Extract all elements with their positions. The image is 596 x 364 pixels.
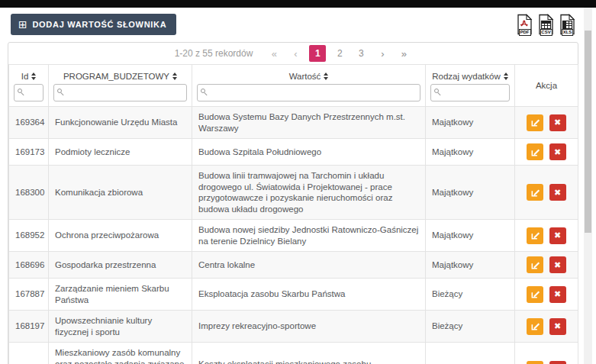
sort-header-value[interactable]: Wartość <box>289 72 329 81</box>
pagination-page-button[interactable]: 3 <box>353 45 369 61</box>
cell-id: 169173 <box>9 139 49 166</box>
edit-button[interactable] <box>527 227 543 244</box>
table-row: 169173 Podmioty lecznicze Budowa Szpital… <box>9 139 578 166</box>
pagination-summary: 1-20 z 55 rekordów <box>175 48 253 59</box>
cell-id: 168696 <box>9 252 49 279</box>
filter-input-expense-type[interactable] <box>430 84 510 101</box>
export-pdf-button[interactable]: PDF <box>516 14 533 36</box>
cell-actions: ✖ <box>515 166 578 220</box>
sort-header-expense-type[interactable]: Rodzaj wydatków <box>432 72 507 81</box>
sort-icon <box>31 72 36 80</box>
cell-program: Upowszechnianie kultury fizycznej i spor… <box>49 311 192 343</box>
top-black-bar <box>0 0 596 8</box>
sort-icon <box>172 72 177 80</box>
xls-label: XLS <box>562 29 574 36</box>
delete-button[interactable]: ✖ <box>549 114 566 131</box>
pagination-next-button[interactable]: › <box>375 46 390 62</box>
cell-expense-type: Bieżący <box>426 343 515 364</box>
add-dictionary-value-button[interactable]: ⊞ DODAJ WARTOŚĆ SŁOWNIKA <box>11 14 176 35</box>
cell-actions: ✖ <box>515 139 578 166</box>
column-header-expense-type: Rodzaj wydatków <box>426 65 515 107</box>
cell-id: 168197 <box>9 311 49 343</box>
edit-button[interactable] <box>527 361 543 364</box>
cell-program: Funkcjonowanie Urzędu Miasta <box>49 107 192 139</box>
delete-button[interactable]: ✖ <box>549 286 566 303</box>
edit-button[interactable] <box>527 114 543 131</box>
cell-expense-type: Majątkowy <box>426 166 515 220</box>
cell-value: Centra lokalne <box>192 252 426 279</box>
cell-expense-type: Bieżący <box>426 311 515 343</box>
cell-actions: ✖ <box>515 279 578 311</box>
cell-value: Koszty eksploatacji mieszkaniowego zasob… <box>192 343 426 364</box>
pagination-prev-button[interactable]: ‹ <box>288 46 303 62</box>
cell-actions: ✖ <box>515 107 578 139</box>
table-row: 168952 Ochrona przeciwpożarowa Budowa no… <box>9 220 578 252</box>
cell-program: Mieszkaniowy zasób komunalny oraz pozost… <box>49 343 192 364</box>
pagination-page-button[interactable]: 2 <box>332 45 347 61</box>
delete-button[interactable]: ✖ <box>549 256 566 273</box>
edit-pencil-icon <box>530 147 540 157</box>
cell-id: 168300 <box>9 166 49 220</box>
pagination-first-button[interactable]: « <box>266 46 282 62</box>
edit-pencil-icon <box>530 260 540 270</box>
edit-button[interactable] <box>527 318 543 335</box>
cell-value: Budowa Systemu Bazy Danych Przestrzennyc… <box>192 107 426 139</box>
toolbar: ⊞ DODAJ WARTOŚĆ SŁOWNIKA PDF CSV <box>0 8 596 42</box>
edit-button[interactable] <box>527 286 543 303</box>
delete-button[interactable]: ✖ <box>549 361 566 364</box>
edit-button[interactable] <box>527 184 543 201</box>
sort-header-id[interactable]: Id <box>21 72 37 81</box>
scrollbar-thumb[interactable] <box>585 31 591 233</box>
delete-x-icon: ✖ <box>554 147 561 157</box>
cell-actions: ✖ <box>515 252 578 279</box>
export-csv-button[interactable]: CSV <box>537 14 555 36</box>
delete-button[interactable]: ✖ <box>549 318 566 335</box>
column-header-action: Akcja <box>515 65 578 107</box>
plus-icon: ⊞ <box>18 19 27 30</box>
cell-value: Imprezy rekreacyjno-sportowe <box>192 311 426 343</box>
cell-program: Zarządzanie mieniem Skarbu Państwa <box>49 279 192 311</box>
filter-input-value[interactable] <box>197 84 420 101</box>
edit-pencil-icon <box>530 289 540 299</box>
cell-id: 167887 <box>9 279 49 311</box>
column-header-program: PROGRAM_BUDZETOWY <box>49 65 192 107</box>
pdf-label: PDF <box>519 29 531 36</box>
pagination-page-button[interactable]: 1 <box>309 45 326 62</box>
sort-icon <box>324 72 328 80</box>
cell-value: Budowa linii tramwajowej na Tarchomin i … <box>192 166 426 220</box>
pagination-last-button[interactable]: » <box>396 46 411 62</box>
cell-value: Eksploatacja zasobu Skarbu Państwa <box>192 279 426 311</box>
filter-input-program[interactable] <box>53 84 187 101</box>
table-row: 169364 Funkcjonowanie Urzędu Miasta Budo… <box>9 107 578 139</box>
cell-expense-type: Majątkowy <box>426 107 515 139</box>
table-row: 168696 Gospodarka przestrzenna Centra lo… <box>9 252 578 279</box>
cell-program: Gospodarka przestrzenna <box>49 252 192 279</box>
edit-pencil-icon <box>530 230 540 240</box>
delete-x-icon: ✖ <box>554 321 561 331</box>
header-row: Id PROGRAM_BUDZETOWY <box>9 65 578 107</box>
table-panel: 1-20 z 55 rekordów « ‹ 1 2 3 › » Id <box>8 42 578 364</box>
export-xls-button[interactable]: XLS <box>559 14 576 36</box>
table-row: 168300 Komunikacja zbiorowa Budowa linii… <box>9 166 578 220</box>
cell-expense-type: Majątkowy <box>426 252 515 279</box>
edit-button[interactable] <box>527 256 543 273</box>
filter-input-id[interactable] <box>14 84 43 101</box>
pagination-pages: 1 2 3 <box>309 45 369 62</box>
edit-button[interactable] <box>527 143 543 160</box>
table-body: 169364 Funkcjonowanie Urzędu Miasta Budo… <box>9 107 578 364</box>
export-buttons: PDF CSV XLS <box>516 14 576 36</box>
sort-header-program[interactable]: PROGRAM_BUDZETOWY <box>63 72 177 81</box>
delete-button[interactable]: ✖ <box>549 227 566 244</box>
cell-id: 169364 <box>9 107 49 139</box>
delete-x-icon: ✖ <box>554 188 561 198</box>
cell-program: Komunikacja zbiorowa <box>49 166 192 220</box>
delete-button[interactable]: ✖ <box>549 184 566 201</box>
cell-actions: ✖ <box>515 343 578 364</box>
cell-program: Ochrona przeciwpożarowa <box>49 220 192 252</box>
vertical-scrollbar[interactable] <box>584 8 592 364</box>
delete-button[interactable]: ✖ <box>549 143 566 160</box>
dictionary-table: Id PROGRAM_BUDZETOWY <box>8 64 578 364</box>
cell-value: Budowa nowej siedziby Jednostki Ratownic… <box>192 220 426 252</box>
add-button-label: DODAJ WARTOŚĆ SŁOWNIKA <box>32 20 166 29</box>
edit-pencil-icon <box>530 118 540 127</box>
